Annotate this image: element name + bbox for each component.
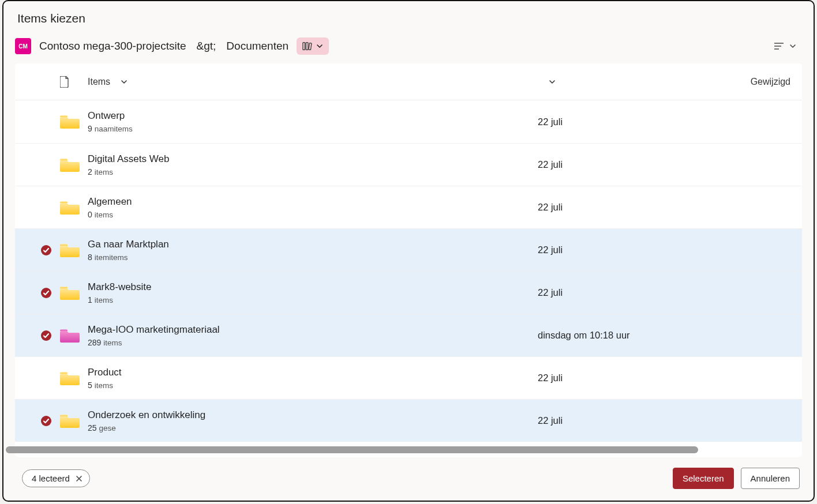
item-subtext: 1items bbox=[88, 295, 538, 304]
cancel-button[interactable]: Annuleren bbox=[741, 468, 800, 489]
folder-icon bbox=[60, 328, 88, 344]
item-name: Mega-IOO marketingmateriaal bbox=[88, 324, 538, 336]
list-scroll[interactable]: Ontwerp9naamitems22 juliDigital Assets W… bbox=[15, 100, 802, 457]
item-name-column: Mega-IOO marketingmateriaal289items bbox=[88, 324, 538, 347]
item-name-column: Mark8-website1items bbox=[88, 281, 538, 304]
list-item[interactable]: Digital Assets Web2items22 juli bbox=[15, 143, 802, 186]
list-item[interactable]: Ontwerp9naamitems22 juli bbox=[15, 100, 802, 143]
item-count: 9 bbox=[88, 124, 92, 133]
folder-icon bbox=[60, 157, 88, 173]
check-circle-icon bbox=[40, 245, 52, 256]
item-modified: 22 juli bbox=[538, 245, 802, 255]
chevron-down-icon bbox=[549, 78, 556, 85]
picker-dialog: Items kiezen CM Contoso mega-300-project… bbox=[2, 0, 815, 502]
folder-icon bbox=[60, 114, 88, 130]
dialog-title: Items kiezen bbox=[3, 1, 814, 33]
check-circle-icon bbox=[40, 287, 52, 299]
item-count-label: naamitems bbox=[95, 125, 133, 133]
item-modified: 22 juli bbox=[538, 373, 802, 383]
breadcrumb: Contoso mega-300-projectsite &gt; Docume… bbox=[39, 40, 288, 52]
item-count: 289 bbox=[88, 338, 101, 347]
close-icon bbox=[76, 475, 83, 482]
item-name-column: Algemeen0items bbox=[88, 196, 538, 219]
item-name: Algemeen bbox=[88, 196, 538, 208]
item-count-label: items bbox=[95, 296, 113, 304]
item-count-label: items bbox=[95, 381, 113, 390]
item-count-label: items bbox=[95, 210, 113, 219]
selection-indicator[interactable] bbox=[32, 245, 60, 256]
item-name: Onderzoek en ontwikkeling bbox=[88, 409, 538, 421]
document-icon bbox=[60, 76, 69, 88]
item-count-label: itemitems bbox=[95, 253, 128, 262]
item-name: Ontwerp bbox=[88, 110, 538, 122]
item-name: Mark8-website bbox=[88, 281, 538, 293]
item-modified: 22 juli bbox=[538, 116, 802, 127]
item-count: 0 bbox=[88, 210, 92, 219]
footer: 4 lecteerd Selecteren Annuleren bbox=[3, 457, 814, 501]
list-item[interactable]: Mark8-website1items22 juli bbox=[15, 271, 802, 314]
item-count: 8 bbox=[88, 253, 92, 262]
selection-indicator[interactable] bbox=[32, 415, 60, 427]
toolbar: CM Contoso mega-300-projectsite &gt; Doc… bbox=[3, 33, 814, 63]
list-item[interactable]: Algemeen0items22 juli bbox=[15, 186, 802, 228]
folder-icon bbox=[60, 285, 88, 301]
item-subtext: 2items bbox=[88, 167, 538, 176]
item-name-column: Onderzoek en ontwikkeling25gese bbox=[88, 409, 538, 432]
folder-icon bbox=[60, 242, 88, 258]
chevron-down-icon bbox=[316, 43, 323, 50]
breadcrumb-separator: &gt; bbox=[197, 40, 216, 52]
chevron-down-icon bbox=[789, 43, 796, 50]
item-subtext: 0items bbox=[88, 210, 538, 219]
item-subtext: 8itemitems bbox=[88, 253, 538, 262]
item-name-column: Ga naar Marktplan8itemitems bbox=[88, 239, 538, 262]
item-count: 1 bbox=[88, 295, 92, 304]
chevron-down-icon bbox=[121, 78, 128, 85]
selection-count-pill: 4 lecteerd bbox=[22, 469, 90, 487]
folder-icon bbox=[60, 370, 88, 386]
list-header: Items Gewijzigd bbox=[15, 63, 802, 100]
item-count: 5 bbox=[88, 381, 92, 390]
column-header-name[interactable]: Items bbox=[88, 77, 538, 87]
selection-indicator[interactable] bbox=[32, 330, 60, 341]
item-name-column: Digital Assets Web2items bbox=[88, 153, 538, 176]
item-subtext: 9naamitems bbox=[88, 124, 538, 133]
column-header-name-label: Items bbox=[88, 77, 110, 87]
item-count-label: items bbox=[95, 168, 113, 176]
list-item[interactable]: Mega-IOO marketingmateriaal289itemsdinsd… bbox=[15, 314, 802, 356]
folder-icon bbox=[60, 413, 88, 429]
site-badge[interactable]: CM bbox=[15, 38, 31, 54]
selection-count-text: 4 lecteerd bbox=[32, 473, 70, 483]
item-modified: 22 juli bbox=[538, 159, 802, 170]
item-name-column: Product5items bbox=[88, 367, 538, 390]
selection-indicator[interactable] bbox=[32, 287, 60, 299]
item-name: Digital Assets Web bbox=[88, 153, 538, 165]
library-view-button[interactable] bbox=[297, 37, 329, 55]
item-modified: 22 juli bbox=[538, 415, 802, 426]
item-modified: 22 juli bbox=[538, 202, 802, 213]
list-item[interactable]: Onderzoek en ontwikkeling25gese22 juli bbox=[15, 399, 802, 442]
select-button[interactable]: Selecteren bbox=[673, 468, 734, 489]
breadcrumb-library[interactable]: Documenten bbox=[226, 40, 288, 52]
clear-selection-button[interactable] bbox=[76, 475, 83, 482]
item-count-label: items bbox=[103, 338, 122, 347]
item-name: Product bbox=[88, 367, 538, 378]
books-icon bbox=[302, 41, 313, 51]
item-subtext: 5items bbox=[88, 381, 538, 390]
item-subtext: 289items bbox=[88, 338, 538, 347]
column-header-modified[interactable]: Gewijzigd bbox=[567, 77, 802, 87]
item-modified: dinsdag om 10:18 uur bbox=[538, 330, 802, 341]
file-list: Items Gewijzigd Ontwerp9naamitems22 juli… bbox=[15, 63, 802, 457]
item-count-label: gese bbox=[99, 424, 116, 432]
item-name: Ga naar Marktplan bbox=[88, 239, 538, 250]
list-item[interactable]: Product5items22 juli bbox=[15, 356, 802, 399]
view-options-button[interactable] bbox=[767, 37, 802, 55]
horizontal-scrollbar[interactable] bbox=[6, 446, 698, 453]
item-modified: 22 juli bbox=[538, 287, 802, 298]
item-count: 2 bbox=[88, 167, 92, 176]
list-item[interactable]: Ga naar Marktplan8itemitems22 juli bbox=[15, 228, 802, 271]
breadcrumb-site[interactable]: Contoso mega-300-projectsite bbox=[39, 40, 186, 52]
column-header-type-icon[interactable] bbox=[60, 76, 88, 88]
sort-lines-icon bbox=[773, 40, 785, 52]
column-header-extra[interactable] bbox=[538, 78, 567, 85]
item-name-column: Ontwerp9naamitems bbox=[88, 110, 538, 133]
